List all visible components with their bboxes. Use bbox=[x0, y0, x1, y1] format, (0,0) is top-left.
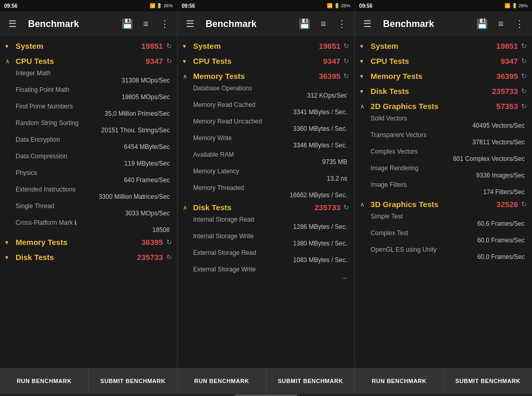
more-icon-1[interactable]: ⋮ bbox=[335, 18, 349, 30]
section-header-1-3[interactable]: ∧ Disk Tests 235733 ↻ bbox=[178, 200, 355, 215]
test-item-2-5-1: Complex Test 60,0 Frames/Sec bbox=[355, 228, 532, 245]
save-icon-0[interactable]: 💾 bbox=[120, 18, 135, 30]
status-icons-2: 📶 🔋 26% bbox=[504, 3, 528, 8]
test-item-1-2-0: Database Operations 312 KOps/Sec bbox=[178, 84, 355, 100]
list-icon-2[interactable]: ≡ bbox=[494, 19, 508, 30]
test-item-2-4-4: Image Filters 174 Filters/Sec bbox=[355, 180, 532, 197]
test-item-0-1-2: Find Prime Numbers 35,0 Million Primes/S… bbox=[0, 102, 177, 118]
test-value-0-1-7: 3300 Million Matrices/Sec bbox=[16, 193, 172, 200]
refresh-icon-0-0[interactable]: ↻ bbox=[166, 42, 172, 50]
refresh-icon-2-1[interactable]: ↻ bbox=[521, 57, 527, 65]
section-header-0-3[interactable]: ▾ Disk Tests 235733 ↻ bbox=[0, 250, 177, 265]
toolbar-1: ☰ Benchmark 💾 ≡ ⋮ bbox=[178, 11, 355, 36]
save-icon-1[interactable]: 💾 bbox=[297, 18, 312, 30]
section-score-0-0: 19851 bbox=[141, 42, 163, 50]
section-header-0-2[interactable]: ▾ Memory Tests 36395 ↻ bbox=[0, 235, 177, 250]
section-header-0-0[interactable]: ▾ System 19851 ↻ bbox=[0, 38, 177, 53]
section-header-2-0[interactable]: ▾ System 19851 ↻ bbox=[355, 38, 532, 53]
status-bars-container: 09:56 📶 🔋 26% 09:56 📶 🔋 26% 09:56 📶 🔋 26… bbox=[0, 0, 532, 11]
test-item-0-1-1: Floating Point Math 19805 MOps/Sec bbox=[0, 85, 177, 102]
test-item-1-2-3: Memory Write 3346 MBytes / Sec. bbox=[178, 133, 355, 150]
section-header-1-1[interactable]: ▾ CPU Tests 9347 ↻ bbox=[178, 53, 355, 69]
test-name-1-2-1: Memory Read Cached bbox=[193, 101, 350, 108]
scroll-area-1: ▾ System 19851 ↻ ▾ CPU Tests 9347 ↻ ∧ Me… bbox=[178, 36, 355, 368]
list-icon-0[interactable]: ≡ bbox=[139, 19, 153, 30]
footer-btn-2-1[interactable]: SUBMIT BENCHMARK bbox=[444, 368, 532, 394]
section-score-1-0: 19851 bbox=[319, 42, 341, 50]
status-bar-2: 09:56 📶 🔋 26% bbox=[355, 0, 532, 11]
test-value-1-3-3: ... bbox=[193, 273, 350, 280]
refresh-icon-2-4[interactable]: ↻ bbox=[521, 102, 527, 110]
refresh-icon-1-0[interactable]: ↻ bbox=[343, 42, 349, 50]
test-name-0-1-8: Single Thread bbox=[16, 202, 172, 210]
test-value-2-4-2: 801 Complex Vectors/Sec bbox=[370, 155, 527, 162]
footer-btn-0-1[interactable]: SUBMIT BENCHMARK bbox=[89, 368, 177, 394]
more-icon-0[interactable]: ⋮ bbox=[157, 18, 172, 30]
section-title-2-1: CPU Tests bbox=[370, 57, 500, 65]
refresh-icon-2-0[interactable]: ↻ bbox=[521, 42, 527, 50]
test-item-2-5-0: Simple Test 60,6 Frames/Sec bbox=[355, 212, 532, 228]
test-item-2-5-2: OpenGL ES using Unity 60,0 Frames/Sec bbox=[355, 245, 532, 262]
chevron-icon-1-3: ∧ bbox=[183, 204, 190, 211]
refresh-icon-0-3[interactable]: ↻ bbox=[166, 253, 172, 261]
footer-btn-0-0[interactable]: RUN BENCHMARK bbox=[0, 368, 89, 394]
chevron-icon-2-5: ∧ bbox=[360, 201, 367, 208]
section-header-2-1[interactable]: ▾ CPU Tests 9347 ↻ bbox=[355, 53, 532, 69]
test-name-1-3-2: External Storage Read bbox=[193, 249, 350, 256]
test-value-1-2-1: 3341 MBytes / Sec. bbox=[193, 108, 350, 116]
section-header-1-2[interactable]: ∧ Memory Tests 36395 ↻ bbox=[178, 69, 355, 84]
refresh-icon-2-2[interactable]: ↻ bbox=[521, 72, 527, 80]
test-value-0-1-0: 31308 MOps/Sec bbox=[16, 77, 172, 84]
status-time-0: 09:56 bbox=[4, 3, 18, 9]
menu-icon-1[interactable]: ☰ bbox=[183, 18, 197, 30]
section-score-0-3: 235733 bbox=[137, 253, 163, 262]
footer-btn-1-0[interactable]: RUN BENCHMARK bbox=[178, 368, 267, 394]
save-icon-2[interactable]: 💾 bbox=[475, 18, 489, 30]
test-name-1-2-2: Memory Read Uncached bbox=[193, 118, 350, 125]
section-title-2-5: 3D Graphics Tests bbox=[370, 200, 496, 209]
section-header-2-5[interactable]: ∧ 3D Graphics Tests 32526 ↻ bbox=[355, 197, 532, 212]
section-header-1-0[interactable]: ▾ System 19851 ↻ bbox=[178, 38, 355, 53]
refresh-icon-2-3[interactable]: ↻ bbox=[521, 87, 527, 95]
footer-buttons-container: RUN BENCHMARKSUBMIT BENCHMARKRUN BENCHMA… bbox=[0, 368, 532, 394]
toolbar-title-2: Benchmark bbox=[383, 19, 471, 30]
test-name-1-2-4: Available RAM bbox=[193, 151, 350, 158]
refresh-icon-1-3[interactable]: ↻ bbox=[343, 203, 349, 211]
section-title-2-2: Memory Tests bbox=[370, 72, 496, 80]
test-item-0-1-7: Extended Instructions 3300 Million Matri… bbox=[0, 185, 177, 201]
section-header-0-1[interactable]: ∧ CPU Tests 9347 ↻ bbox=[0, 53, 177, 69]
section-score-2-4: 57353 bbox=[496, 102, 518, 111]
footer-btn-1-1[interactable]: SUBMIT BENCHMARK bbox=[267, 368, 355, 394]
test-item-0-1-6: Physics 640 Frames/Sec bbox=[0, 168, 177, 185]
chevron-icon-2-4: ∧ bbox=[360, 103, 367, 110]
list-icon-1[interactable]: ≡ bbox=[316, 19, 330, 30]
test-value-1-2-6: 16662 MBytes / Sec. bbox=[193, 192, 350, 199]
refresh-icon-2-5[interactable]: ↻ bbox=[521, 200, 527, 208]
menu-icon-2[interactable]: ☰ bbox=[360, 18, 375, 30]
refresh-icon-0-1[interactable]: ↻ bbox=[166, 57, 172, 65]
section-title-2-3: Disk Tests bbox=[370, 87, 492, 95]
toolbar-title-1: Benchmark bbox=[206, 19, 294, 30]
test-item-1-3-3: External Storage Write ... bbox=[178, 265, 355, 281]
footer-btn-2-0[interactable]: RUN BENCHMARK bbox=[355, 368, 444, 394]
test-name-0-1-4: Data Encryption bbox=[16, 136, 172, 143]
refresh-icon-1-1[interactable]: ↻ bbox=[343, 57, 349, 65]
toolbar-2: ☰ Benchmark 💾 ≡ ⋮ bbox=[355, 11, 532, 36]
section-title-0-1: CPU Tests bbox=[16, 57, 145, 65]
section-score-2-3: 235733 bbox=[492, 87, 518, 95]
test-name-1-3-0: Internal Storage Read bbox=[193, 216, 350, 223]
test-value-1-2-5: 13,2 ns bbox=[193, 175, 350, 182]
test-name-0-1-5: Data Compression bbox=[16, 153, 172, 160]
chevron-icon-1-2: ∧ bbox=[183, 73, 190, 80]
section-header-2-4[interactable]: ∧ 2D Graphics Tests 57353 ↻ bbox=[355, 99, 532, 114]
section-header-2-3[interactable]: ▾ Disk Tests 235733 ↻ bbox=[355, 84, 532, 99]
status-time-2: 09:56 bbox=[359, 3, 373, 9]
menu-icon-0[interactable]: ☰ bbox=[5, 18, 20, 30]
test-value-2-4-1: 37811 Vectors/Sec bbox=[370, 139, 527, 146]
section-header-2-2[interactable]: ▾ Memory Tests 36395 ↻ bbox=[355, 69, 532, 84]
refresh-icon-0-2[interactable]: ↻ bbox=[166, 238, 172, 246]
refresh-icon-1-2[interactable]: ↻ bbox=[343, 72, 349, 80]
test-name-0-1-0: Integer Math bbox=[16, 70, 172, 77]
footer-panel-2: RUN BENCHMARKSUBMIT BENCHMARK bbox=[355, 368, 532, 394]
more-icon-2[interactable]: ⋮ bbox=[512, 18, 527, 30]
